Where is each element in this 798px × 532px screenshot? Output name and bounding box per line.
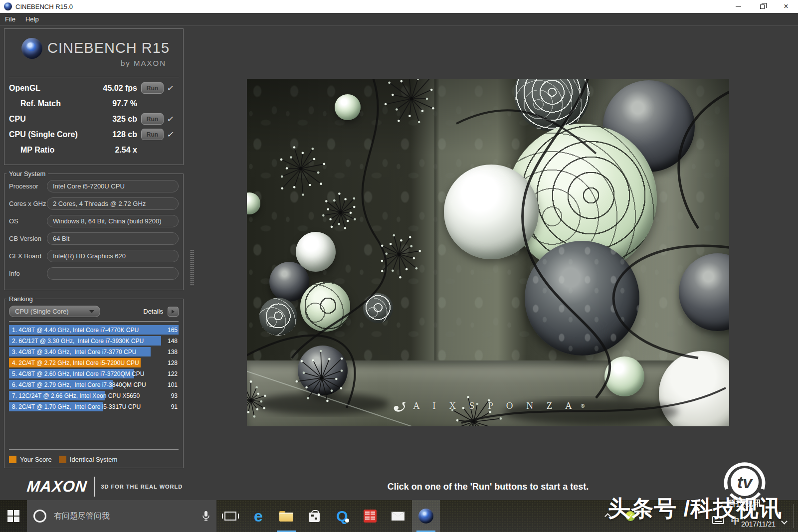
file-explorer-icon bbox=[279, 511, 293, 522]
sphere-wire-white bbox=[363, 293, 393, 323]
result-value: 97.7 % bbox=[112, 99, 137, 108]
qq-browser-icon: Q bbox=[336, 509, 348, 524]
sphere-metal-dark bbox=[298, 346, 348, 395]
edge-icon: e bbox=[254, 508, 263, 524]
ranking-row[interactable]: 7. 12C/24T @ 2.66 GHz, Intel Xeon CPU X5… bbox=[9, 391, 179, 400]
taskbar-edge[interactable]: e bbox=[244, 500, 272, 532]
windows-logo-icon bbox=[7, 510, 19, 522]
system-field-gfx-board[interactable] bbox=[47, 250, 179, 262]
ranking-label: 5. 4C/8T @ 2.60 GHz, Intel Core i7-3720Q… bbox=[12, 370, 144, 377]
ranking-row[interactable]: 2. 6C/12T @ 3.30 GHz, Intel Core i7-3930… bbox=[9, 336, 179, 346]
minimize-icon bbox=[736, 6, 741, 7]
title-bar: CINEBENCH R15.0 × bbox=[0, 0, 798, 13]
details-label: Details bbox=[143, 308, 163, 315]
result-label: CPU (Single Core) bbox=[9, 130, 112, 139]
ranking-title: Ranking bbox=[6, 295, 35, 303]
tv-monogram: tv bbox=[737, 473, 753, 492]
microphone-icon[interactable] bbox=[202, 511, 210, 522]
system-field-row: GFX Board bbox=[4, 247, 183, 265]
legend-label: Identical System bbox=[70, 456, 117, 463]
system-field-row: Processor bbox=[4, 177, 183, 195]
results-rows: OpenGL45.02 fpsRun✓Ref. Match97.7 %CPU32… bbox=[9, 80, 180, 158]
chevron-down-icon bbox=[89, 310, 94, 313]
start-button[interactable] bbox=[0, 500, 27, 532]
run-button[interactable]: Run bbox=[141, 82, 164, 94]
logo-title: CINEBENCH R15 bbox=[47, 40, 170, 56]
system-field-row: Info bbox=[4, 265, 183, 282]
registered-mark: ® bbox=[581, 403, 585, 409]
cinebench-logo: CINEBENCH R15 by MAXON bbox=[19, 37, 177, 70]
ranking-row[interactable]: 4. 2C/4T @ 2.72 GHz, Intel Core i5-7200U… bbox=[9, 358, 179, 367]
taskbar-file-explorer[interactable] bbox=[272, 500, 300, 532]
ranking-filter-dropdown[interactable]: CPU (Single Core) bbox=[9, 306, 100, 317]
system-field-row: Cores x GHz bbox=[4, 195, 183, 212]
cinebench-icon bbox=[418, 509, 433, 524]
ranking-legend: Your ScoreIdentical System bbox=[9, 456, 124, 463]
sphere-damask-dark bbox=[525, 241, 639, 355]
menu-bar: File Help bbox=[0, 13, 798, 26]
divider bbox=[9, 449, 179, 450]
mail-icon bbox=[392, 512, 404, 521]
maxon-logo: MAXON bbox=[26, 478, 88, 496]
arrow-right-icon bbox=[172, 310, 175, 314]
result-value: 2.54 x bbox=[115, 146, 137, 155]
system-field-cb-version[interactable] bbox=[47, 232, 179, 245]
ranking-row[interactable]: 5. 4C/8T @ 2.60 GHz, Intel Core i7-3720Q… bbox=[9, 369, 179, 378]
close-button[interactable]: × bbox=[774, 0, 798, 13]
menu-help[interactable]: Help bbox=[20, 15, 44, 23]
render-credit: A I X S P O N Z A ® bbox=[247, 398, 729, 413]
ranking-score: 93 bbox=[171, 392, 178, 399]
window-title: CINEBENCH R15.0 bbox=[15, 3, 73, 10]
legend-label: Your Score bbox=[20, 456, 52, 463]
panel-splitter-grip[interactable] bbox=[190, 249, 195, 286]
taskbar-qq-browser[interactable]: Q bbox=[328, 500, 356, 532]
result-label: MP Ratio bbox=[9, 146, 115, 155]
system-fields: ProcessorCores x GHzOSCB VersionGFX Boar… bbox=[4, 177, 183, 282]
restore-button[interactable] bbox=[750, 0, 774, 13]
check-icon: ✓ bbox=[167, 114, 173, 124]
taskbar-red-video-app[interactable] bbox=[356, 500, 384, 532]
ranking-score: 101 bbox=[168, 381, 178, 388]
ranking-label: 6. 4C/8T @ 2.79 GHz, Intel Core i7-3840Q… bbox=[12, 381, 146, 388]
system-field-info[interactable] bbox=[47, 267, 179, 280]
ranking-score: 165 bbox=[168, 327, 178, 334]
check-icon: ✓ bbox=[167, 83, 173, 93]
system-field-label: OS bbox=[9, 217, 47, 225]
sphere-white-glass bbox=[444, 165, 539, 259]
system-field-processor[interactable] bbox=[47, 180, 179, 192]
ranking-group: Ranking CPU (Single Core) Details 1. 4C/… bbox=[4, 295, 184, 468]
run-slot: Run✓ bbox=[141, 82, 180, 94]
result-row: CPU325 cbRun✓ bbox=[9, 111, 180, 127]
ranking-score: 122 bbox=[168, 370, 178, 377]
result-label: OpenGL bbox=[9, 84, 103, 93]
taskbar-store[interactable] bbox=[300, 500, 328, 532]
system-field-label: Info bbox=[9, 270, 47, 277]
red-video-app-icon bbox=[364, 510, 377, 523]
taskbar-cinebench[interactable] bbox=[412, 500, 440, 532]
task-view-icon bbox=[224, 512, 236, 521]
taskbar-mail[interactable] bbox=[384, 500, 412, 532]
system-field-os[interactable] bbox=[47, 215, 179, 227]
ranking-label: 7. 12C/24T @ 2.66 GHz, Intel Xeon CPU X5… bbox=[12, 392, 140, 399]
ranking-row[interactable]: 3. 4C/8T @ 3.40 GHz, Intel Core i7-3770 … bbox=[9, 347, 179, 356]
legend-item: Your Score bbox=[9, 456, 52, 463]
app-icon bbox=[4, 2, 12, 10]
task-view-button[interactable] bbox=[216, 500, 244, 532]
sphere-green-glass bbox=[335, 94, 361, 120]
system-field-cores-ghz[interactable] bbox=[47, 197, 179, 210]
cortana-circle-icon bbox=[33, 510, 46, 523]
ranking-row[interactable]: 1. 4C/8T @ 4.40 GHz, Intel Core i7-4770K… bbox=[9, 325, 179, 335]
run-button[interactable]: Run bbox=[141, 113, 164, 125]
ranking-score: 91 bbox=[171, 403, 178, 410]
ranking-row[interactable]: 6. 4C/8T @ 2.79 GHz, Intel Core i7-3840Q… bbox=[9, 380, 179, 389]
minimize-button[interactable] bbox=[726, 0, 750, 13]
run-button[interactable]: Run bbox=[141, 129, 164, 140]
language-chevron-icon[interactable] bbox=[781, 518, 788, 525]
ranking-row[interactable]: 8. 2C/4T @ 1.70 GHz, Intel Core i5-3317U… bbox=[9, 402, 179, 411]
menu-file[interactable]: File bbox=[0, 15, 20, 23]
details-button[interactable] bbox=[168, 307, 179, 317]
cortana-search-box[interactable]: 有问题尽管问我 bbox=[27, 500, 216, 532]
ranking-score: 148 bbox=[168, 338, 178, 345]
run-slot: Run✓ bbox=[141, 113, 180, 125]
render-viewport: A I X S P O N Z A ® bbox=[247, 79, 729, 426]
